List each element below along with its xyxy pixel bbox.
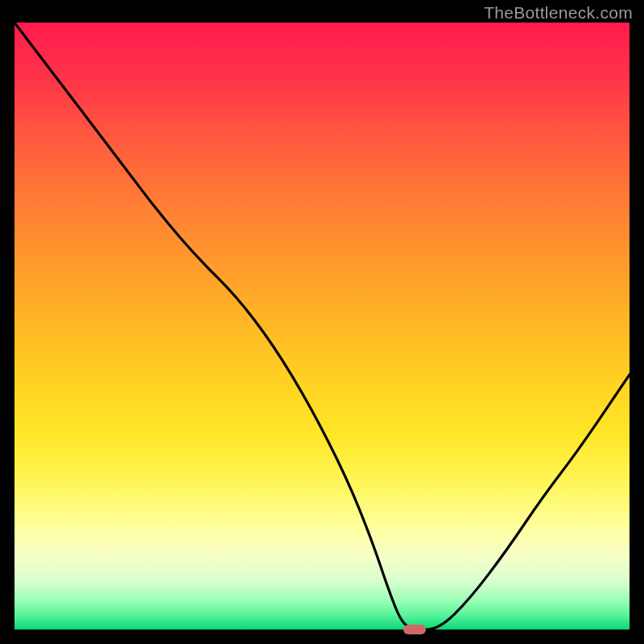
plot-area [14,23,630,630]
bottleneck-curve [14,23,630,630]
watermark-text: TheBottleneck.com [484,3,633,23]
optimum-marker [403,625,426,634]
chart-container: TheBottleneck.com [0,0,644,644]
